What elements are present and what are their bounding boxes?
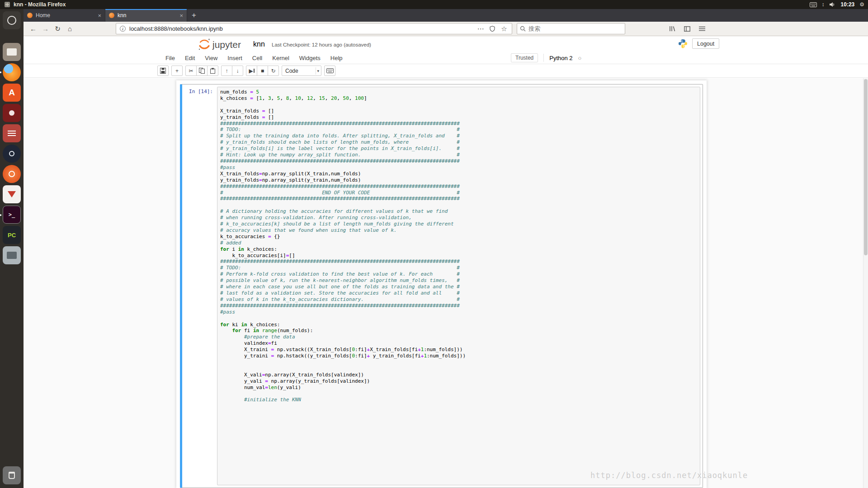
jupyter-brand-text: jupyter: [212, 39, 241, 50]
keyboard-indicator-icon[interactable]: [810, 2, 817, 7]
home-button[interactable]: ⌂: [64, 23, 76, 35]
dock-icon-files[interactable]: [3, 43, 21, 61]
paste-cell-button[interactable]: [207, 66, 218, 76]
menu-insert[interactable]: Insert: [222, 55, 247, 61]
dock-icon-dash-search[interactable]: [3, 11, 21, 29]
code-line: [220, 391, 697, 397]
jupyter-favicon: [109, 13, 114, 18]
bookmark-star-icon[interactable]: ☆: [499, 23, 509, 35]
menu-kernel[interactable]: Kernel: [267, 55, 294, 61]
dock-icon-app-gray[interactable]: [3, 246, 21, 264]
play-icon: ▶: [249, 68, 253, 74]
site-info-icon[interactable]: i: [120, 26, 126, 32]
reload-button[interactable]: ↻: [52, 23, 64, 35]
dock-icon-pycharm[interactable]: PC: [3, 226, 21, 244]
forward-button[interactable]: →: [39, 23, 52, 35]
cell-type-dropdown[interactable]: Code ▾: [282, 66, 321, 76]
code-line: y_vali = np.array(y_train_folds[valindex…: [220, 378, 697, 385]
code-line: valindex=fi: [220, 340, 697, 347]
new-tab-button[interactable]: +: [187, 9, 201, 22]
move-cell-down-button[interactable]: ↓: [232, 66, 243, 76]
code-line: #pass: [220, 309, 697, 315]
cut-cell-button[interactable]: ✂: [185, 66, 197, 76]
menu-widgets[interactable]: Widgets: [294, 55, 326, 61]
tab-bar: Home × knn × +: [24, 9, 868, 22]
cell-input-area[interactable]: num_folds = 5k_choices = [1, 3, 5, 8, 10…: [217, 87, 700, 485]
code-line: [220, 366, 697, 372]
code-line: X_train_folds=np.array_split(X_train,num…: [220, 171, 697, 177]
sidebar-toggle-icon[interactable]: [681, 23, 693, 35]
network-activity-icon[interactable]: ↕: [822, 1, 825, 8]
code-line: #initialize the KNN: [220, 397, 697, 403]
trusted-badge[interactable]: Trusted: [511, 53, 538, 62]
code-line: num_folds = 5: [220, 89, 697, 95]
code-line: num_val=len(y_vali): [220, 385, 697, 391]
code-line: # where in each case you use all but one…: [220, 284, 697, 290]
volume-icon[interactable]: [830, 2, 836, 7]
tab-home[interactable]: Home ×: [24, 9, 105, 22]
menu-file[interactable]: File: [160, 55, 180, 61]
tab-close-icon[interactable]: ×: [179, 12, 183, 19]
shield-icon[interactable]: [487, 23, 497, 35]
interrupt-kernel-button[interactable]: ■: [257, 66, 268, 76]
dock-icon-app-pink[interactable]: [3, 124, 21, 142]
code-line: ########################################…: [220, 121, 697, 127]
clock[interactable]: 10:23: [841, 1, 855, 8]
search-bar[interactable]: [517, 23, 625, 34]
menu-help[interactable]: Help: [326, 55, 348, 61]
page-actions-icon[interactable]: ⋯: [476, 23, 486, 35]
menu-cell[interactable]: Cell: [247, 55, 267, 61]
code-lines[interactable]: num_folds = 5k_choices = [1, 3, 5, 8, 10…: [220, 89, 697, 403]
code-line: [220, 315, 697, 322]
code-line: ########################################…: [220, 196, 697, 202]
add-cell-button[interactable]: +: [171, 66, 183, 76]
jupyter-orbit-icon: [198, 38, 211, 50]
dock-icon-trash[interactable]: [3, 466, 21, 484]
system-top-bar: knn - Mozilla Firefox ↕ 10:23 ⚙: [0, 0, 868, 9]
code-line: # last fold as a validation set. Store t…: [220, 290, 697, 296]
save-button[interactable]: [157, 66, 169, 76]
menu-edit[interactable]: Edit: [180, 55, 200, 61]
move-cell-up-button[interactable]: ↑: [221, 66, 232, 76]
code-line: # possible value of k, run the k-nearest…: [220, 277, 697, 284]
code-line: # k_to_accuracies[k] should be a list of…: [220, 221, 697, 227]
code-line: # Perform k-fold cross validation to fin…: [220, 271, 697, 277]
copy-cell-button[interactable]: [196, 66, 208, 76]
scrollbar[interactable]: [863, 78, 868, 488]
restart-kernel-button[interactable]: ↻: [268, 66, 279, 76]
dock-icon-terminal[interactable]: >_: [3, 206, 21, 224]
power-gear-icon[interactable]: ⚙: [859, 1, 864, 8]
logout-button[interactable]: Logout: [692, 38, 719, 49]
url-input[interactable]: [129, 25, 476, 32]
url-bar[interactable]: i ⋯ ☆: [116, 23, 512, 34]
scrollbar-thumb[interactable]: [864, 79, 868, 255]
dock-icon-steam[interactable]: [3, 145, 21, 163]
code-line: X_train_folds = []: [220, 108, 697, 114]
dock-icon-app-red-white[interactable]: [3, 185, 21, 203]
command-palette-button[interactable]: [324, 66, 335, 76]
code-line: # accuracy values that we found when usi…: [220, 227, 697, 234]
library-icon[interactable]: [666, 23, 678, 35]
dock-icon-ubuntu-logo[interactable]: [3, 165, 21, 183]
notebook-title[interactable]: knn: [253, 40, 265, 48]
run-cell-button[interactable]: ▶: [246, 66, 257, 76]
tab-knn[interactable]: knn ×: [105, 9, 187, 22]
kernel-idle-icon: ○: [578, 55, 582, 61]
code-line: [220, 359, 697, 366]
tab-close-icon[interactable]: ×: [98, 12, 101, 19]
dock-icon-ubuntu-software[interactable]: A: [3, 84, 21, 102]
back-button[interactable]: ←: [27, 23, 39, 35]
search-icon: [520, 26, 526, 32]
jupyter-logo[interactable]: jupyter: [198, 38, 241, 50]
search-input[interactable]: [528, 25, 625, 32]
menu-view[interactable]: View: [200, 55, 222, 61]
code-line: # TODO: #: [220, 127, 697, 133]
code-line: ########################################…: [220, 183, 697, 190]
dock-icon-firefox[interactable]: [3, 63, 21, 81]
trash-can-icon: [9, 472, 15, 479]
running-indicator: [0, 214, 1, 216]
app-lines-icon: [8, 133, 16, 134]
dock-icon-app-darkred[interactable]: [3, 104, 21, 122]
menu-hamburger-icon[interactable]: [696, 23, 708, 35]
code-cell[interactable]: In [14]: num_folds = 5k_choices = [1, 3,…: [180, 84, 703, 488]
